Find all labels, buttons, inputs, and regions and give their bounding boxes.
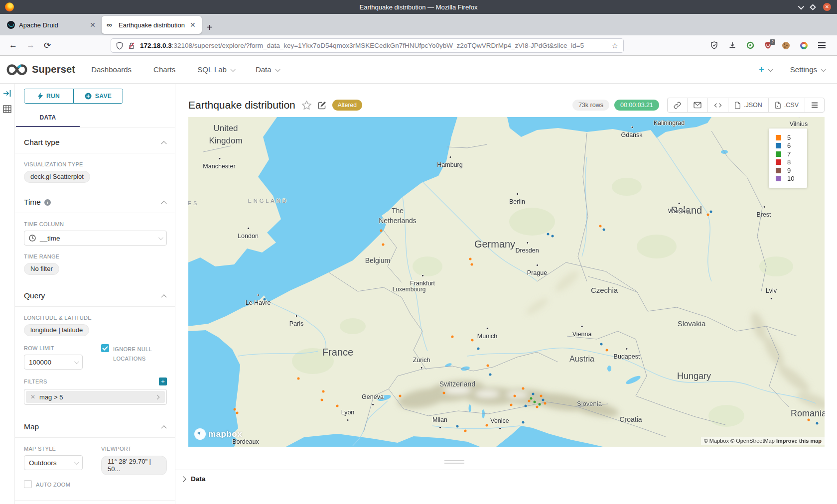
nav-item-data[interactable]: Data — [256, 65, 279, 74]
viz-type-value[interactable]: deck.gl Scatterplot — [24, 171, 90, 183]
section-query[interactable]: Query — [24, 281, 167, 306]
legend-label: 8 — [787, 158, 791, 166]
legend-item-5[interactable]: 5 — [776, 133, 807, 142]
auto-zoom-label: AUTO ZOOM — [36, 482, 70, 488]
forward-button[interactable]: → — [26, 40, 35, 50]
save-button[interactable]: SAVE — [73, 89, 123, 103]
control-panel: RUN SAVE DATA Chart type VISUALIZATION T… — [15, 84, 175, 504]
viewport-value[interactable]: 11° 28' 29.70" | 50... — [101, 456, 167, 475]
tab-close-icon[interactable]: ✕ — [89, 21, 97, 29]
tracking-protection-icon[interactable] — [116, 42, 124, 50]
tab-label: Earthquake distribution — [119, 21, 185, 29]
favorite-star-icon[interactable] — [302, 101, 311, 110]
add-filter-button[interactable]: + — [159, 378, 167, 385]
browser-tab-apache-druid[interactable]: Apache Druid ✕ — [2, 16, 102, 34]
file-icon — [734, 102, 741, 109]
new-tab-button[interactable]: + — [207, 22, 213, 35]
tab-close-icon[interactable]: ✕ — [189, 21, 197, 29]
clock-icon — [29, 235, 36, 242]
copy-link-button[interactable] — [668, 98, 687, 112]
browser-tabstrip: Apache Druid ✕ ∞ Earthquake distribution… — [0, 14, 837, 35]
row-limit-select[interactable]: 100000 — [24, 355, 83, 370]
attribution-links[interactable]: © Mapbox © OpenStreetMap — [704, 438, 776, 444]
pane-divider — [175, 470, 837, 470]
tab-data[interactable]: DATA — [16, 110, 80, 127]
time-column-label: TIME COLUMN — [24, 221, 167, 227]
firefox-window: Earthquake distribution — Mozilla Firefo… — [0, 0, 837, 504]
bookmark-star-icon[interactable]: ☆ — [612, 41, 618, 50]
ignore-null-checkbox[interactable] — [101, 344, 109, 352]
chart-menu-button[interactable] — [805, 98, 824, 112]
window-minimize-icon[interactable] — [798, 3, 805, 9]
embed-code-button[interactable] — [707, 98, 728, 112]
email-button[interactable] — [687, 98, 707, 112]
section-map[interactable]: Map — [24, 412, 167, 437]
superset-navbar: Superset DashboardsChartsSQL LabData + S… — [0, 56, 837, 84]
window-titlebar[interactable]: Earthquake distribution — Mozilla Firefo… — [0, 0, 837, 14]
downloads-icon[interactable] — [728, 41, 736, 50]
filter-item[interactable]: ✕ mag > 5 — [26, 391, 165, 403]
legend-item-7[interactable]: 7 — [776, 150, 807, 158]
altered-badge[interactable]: Altered — [332, 100, 362, 111]
section-point-size[interactable]: Point Size — [24, 501, 167, 504]
back-button[interactable]: ← — [9, 40, 17, 50]
data-panel-label: Data — [191, 475, 205, 483]
chart-title: Earthquake distribution — [188, 99, 295, 111]
map-canvas[interactable]: United KingdomENGLANDESThe NetherlandsBe… — [188, 117, 825, 447]
map-legend: 5678910 — [769, 128, 807, 188]
window-maximize-icon[interactable] — [810, 4, 816, 10]
brand-name: Superset — [32, 64, 75, 75]
auto-zoom-checkbox[interactable] — [24, 480, 32, 488]
legend-item-8[interactable]: 8 — [776, 158, 807, 167]
section-chart-type[interactable]: Chart type — [24, 127, 167, 153]
browser-menu-icon[interactable] — [818, 41, 826, 50]
legend-item-9[interactable]: 9 — [776, 166, 807, 175]
settings-menu[interactable]: Settings — [790, 65, 824, 74]
data-panel-toggle[interactable]: Data — [181, 475, 205, 483]
envelope-icon — [694, 102, 701, 109]
map-attribution: © Mapbox © OpenStreetMap Improve this ma… — [701, 437, 825, 445]
url-bar[interactable]: 172.18.0.3 :32108/superset/explore/?form… — [111, 38, 624, 53]
export-csv-button[interactable]: .CSV — [768, 98, 805, 112]
extension-privacy-icon[interactable] — [746, 41, 754, 50]
extension-pinwheel-icon[interactable] — [800, 41, 808, 50]
query-timer-badge: 00:00:03.21 — [614, 100, 659, 111]
improve-map-link[interactable]: Improve this map — [776, 438, 822, 444]
insecure-lock-icon[interactable] — [128, 42, 136, 50]
firefox-logo-icon — [5, 2, 14, 11]
panel-tabs: DATA — [15, 110, 175, 127]
legend-swatch-icon — [776, 159, 781, 165]
map-style-select[interactable]: Outdoors — [24, 455, 83, 470]
new-item-button[interactable]: + — [759, 64, 771, 75]
remove-filter-icon[interactable]: ✕ — [26, 393, 39, 400]
dataset-grid-icon[interactable] — [3, 105, 11, 113]
pane-resize-handle[interactable] — [444, 460, 464, 464]
legend-item-6[interactable]: 6 — [776, 142, 807, 150]
browser-tab-earthquake-distribution[interactable]: ∞ Earthquake distribution ✕ — [102, 16, 202, 34]
mapbox-logo[interactable]: mapbox — [194, 428, 242, 440]
superset-brand[interactable]: Superset — [6, 62, 75, 77]
edit-title-icon[interactable] — [318, 101, 326, 110]
viz-type-label: VISUALIZATION TYPE — [24, 161, 167, 167]
window-close-icon[interactable]: ✕ — [823, 3, 831, 11]
lonlat-value[interactable]: longitude | latitude — [24, 324, 89, 336]
nav-item-sql-lab[interactable]: SQL Lab — [197, 65, 234, 74]
chevron-up-icon — [161, 425, 166, 431]
extension-ublock-icon[interactable]: 2 — [764, 41, 772, 50]
permissions-shield-icon[interactable] — [710, 41, 718, 50]
filters-label: FILTERS — [24, 378, 47, 384]
collapse-panel-icon[interactable] — [3, 90, 11, 97]
extension-cookie-icon[interactable] — [782, 41, 790, 50]
nav-item-charts[interactable]: Charts — [153, 65, 175, 74]
legend-item-10[interactable]: 10 — [776, 175, 807, 183]
explore-view: RUN SAVE DATA Chart type VISUALIZATION T… — [0, 84, 837, 504]
export-json-button[interactable]: .JSON — [728, 98, 768, 112]
nav-item-dashboards[interactable]: Dashboards — [91, 65, 132, 74]
time-range-value[interactable]: No filter — [24, 263, 59, 275]
reload-button[interactable]: ⟳ — [44, 40, 51, 51]
legend-swatch-icon — [776, 135, 781, 140]
run-button[interactable]: RUN — [24, 89, 73, 103]
section-time[interactable]: Timei — [24, 187, 167, 213]
code-icon — [714, 102, 722, 109]
time-column-select[interactable]: __time — [24, 231, 167, 246]
